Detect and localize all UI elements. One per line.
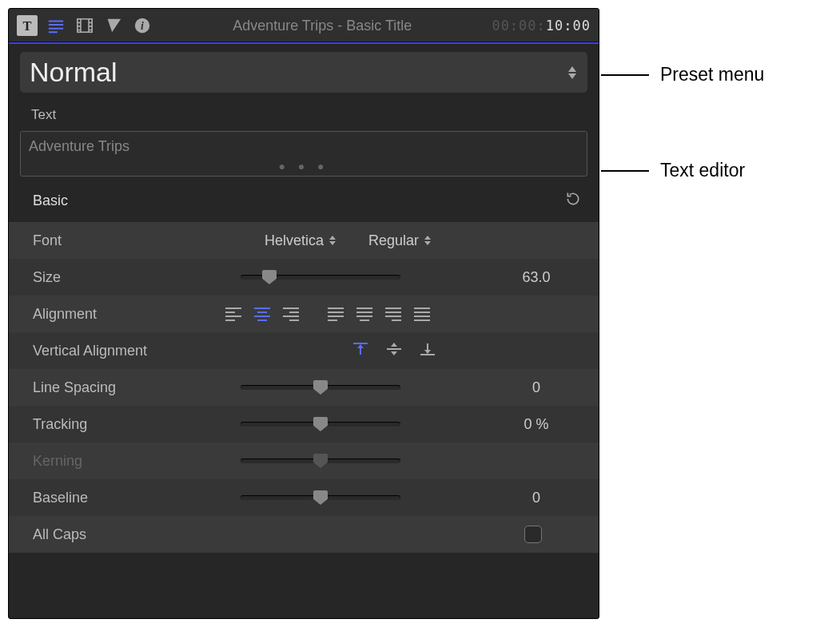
kerning-row: Kerning: [9, 442, 599, 479]
updown-icon: [328, 235, 336, 246]
vertical-alignment-row: Vertical Alignment: [9, 332, 599, 369]
preset-label: Normal: [30, 57, 567, 88]
baseline-value[interactable]: 0: [488, 490, 584, 506]
callout-text-editor: Text editor: [601, 160, 745, 181]
timecode-bright: 10:00: [546, 18, 591, 34]
line-spacing-label: Line Spacing: [33, 379, 201, 396]
line-spacing-value[interactable]: 0: [488, 379, 584, 396]
justify-full-button[interactable]: [413, 307, 431, 321]
baseline-slider[interactable]: [241, 495, 400, 500]
clip-duration: 00:00:10:00: [492, 18, 591, 34]
font-family-value: Helvetica: [265, 232, 324, 249]
callout-text: Preset menu: [660, 64, 764, 85]
align-right-button[interactable]: [282, 307, 300, 321]
line-spacing-slider[interactable]: [241, 385, 400, 390]
inspector-tabs: T i: [17, 15, 153, 36]
text-editor[interactable]: Adventure Trips ● ● ●: [20, 131, 587, 177]
kerning-slider: [241, 458, 400, 463]
svg-marker-53: [357, 344, 364, 348]
alignment-buttons: [225, 307, 431, 321]
alignment-row: Alignment: [9, 296, 599, 332]
slider-thumb-icon[interactable]: [262, 270, 277, 284]
timecode-dim: 00:00:: [492, 18, 545, 34]
callout-line: [601, 170, 649, 172]
callout-text: Text editor: [660, 160, 745, 181]
svg-marker-56: [391, 351, 397, 355]
text-section-label: Text: [9, 101, 599, 129]
updown-icon: [567, 65, 578, 80]
valign-bottom-button[interactable]: [420, 342, 436, 360]
vertical-alignment-label: Vertical Alignment: [33, 343, 201, 359]
line-spacing-row: Line Spacing 0: [9, 369, 599, 406]
align-left-button[interactable]: [225, 307, 242, 321]
video-inspector-tab[interactable]: [74, 15, 95, 36]
baseline-label: Baseline: [33, 490, 201, 506]
size-value[interactable]: 63.0: [488, 269, 584, 286]
reset-icon[interactable]: [565, 191, 581, 211]
text-inspector-tab[interactable]: T: [17, 15, 38, 36]
callout-preset-menu: Preset menu: [601, 64, 764, 85]
svg-marker-55: [391, 343, 397, 347]
callout-line: [601, 74, 649, 76]
svg-marker-20: [329, 241, 336, 245]
basic-rows: Font Helvetica Regular: [9, 222, 599, 553]
slider-thumb-icon[interactable]: [313, 380, 328, 395]
inspector-panel: T i Adventure Trips - Basic Title 00:00:…: [8, 8, 599, 619]
size-row: Size 63.0: [9, 259, 599, 296]
alignment-label: Alignment: [33, 306, 201, 323]
slider-thumb-icon[interactable]: [313, 417, 328, 431]
align-center-button[interactable]: [253, 307, 271, 321]
generator-inspector-tab[interactable]: [103, 15, 124, 36]
valign-top-button[interactable]: [352, 342, 368, 360]
svg-text:T: T: [22, 18, 31, 34]
font-style-value: Regular: [368, 232, 419, 249]
font-style-dropdown[interactable]: Regular: [368, 232, 432, 249]
svg-marker-59: [424, 350, 431, 354]
valign-middle-button[interactable]: [386, 342, 402, 360]
svg-marker-21: [424, 236, 431, 240]
size-slider[interactable]: [241, 275, 400, 280]
text-editor-content: Adventure Trips: [29, 138, 129, 154]
slider-thumb-icon[interactable]: [313, 490, 328, 505]
basic-heading: Basic: [33, 192, 68, 209]
toolbar-separator: [9, 42, 599, 44]
tracking-row: Tracking 0 %: [9, 406, 599, 442]
all-caps-row: All Caps: [9, 516, 599, 553]
svg-marker-22: [424, 241, 431, 245]
vertical-alignment-buttons: [352, 342, 436, 360]
tracking-label: Tracking: [33, 416, 201, 433]
preset-menu[interactable]: Normal: [20, 52, 587, 93]
svg-text:i: i: [141, 20, 144, 32]
slider-thumb-icon: [313, 454, 328, 468]
updown-icon: [424, 235, 432, 246]
justify-left-button[interactable]: [327, 307, 344, 321]
tracking-value[interactable]: 0 %: [488, 416, 584, 433]
svg-marker-19: [329, 236, 336, 240]
all-caps-label: All Caps: [33, 526, 201, 543]
svg-marker-18: [568, 73, 576, 79]
font-row: Font Helvetica Regular: [9, 222, 599, 259]
kerning-label: Kerning: [33, 453, 201, 470]
font-family-dropdown[interactable]: Helvetica: [265, 232, 336, 249]
inspector-toolbar: T i Adventure Trips - Basic Title 00:00:…: [9, 9, 599, 42]
size-label: Size: [33, 269, 201, 286]
resize-dots-icon[interactable]: ● ● ●: [278, 160, 328, 173]
svg-marker-17: [568, 66, 576, 72]
paragraph-inspector-tab[interactable]: [46, 15, 66, 36]
clip-title: Adventure Trips - Basic Title: [164, 18, 480, 34]
justify-center-button[interactable]: [356, 307, 373, 321]
tracking-slider[interactable]: [241, 422, 400, 427]
svg-marker-14: [108, 19, 121, 33]
info-inspector-tab[interactable]: i: [132, 15, 153, 36]
font-label: Font: [33, 232, 201, 249]
baseline-row: Baseline 0: [9, 479, 599, 516]
all-caps-checkbox[interactable]: [524, 526, 542, 543]
justify-right-button[interactable]: [384, 307, 402, 321]
basic-section-header: Basic: [9, 177, 599, 222]
